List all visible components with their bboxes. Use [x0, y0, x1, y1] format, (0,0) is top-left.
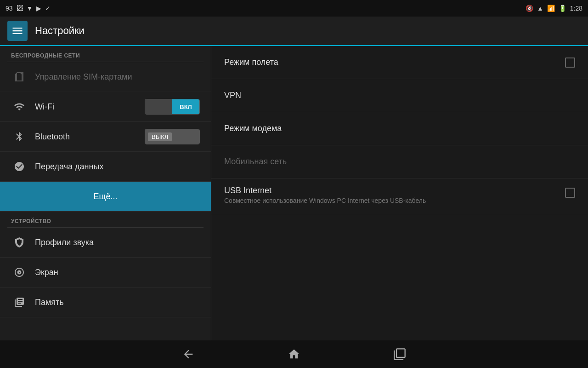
settings-app-icon — [7, 21, 28, 41]
device-header: УСТРОЙСТВО — [0, 212, 211, 227]
title-bar: Настройки — [0, 17, 588, 46]
image-icon: 🖼 — [17, 5, 23, 12]
check-icon: ✓ — [45, 5, 51, 12]
bluetooth-label: Bluetooth — [35, 132, 145, 142]
download-icon: ▼ — [27, 5, 33, 12]
right-item-flight-mode[interactable]: Режим полета — [211, 46, 588, 79]
usb-internet-checkbox[interactable] — [565, 188, 575, 198]
memory-icon — [11, 294, 28, 310]
modem-label: Режим модема — [224, 124, 575, 133]
sidebar-item-bluetooth[interactable]: Bluetooth ВЫКЛ — [0, 122, 211, 152]
right-item-modem[interactable]: Режим модема — [211, 112, 588, 145]
wifi-icon — [11, 98, 28, 115]
flight-mode-label: Режим полета — [224, 58, 565, 67]
notification-icon: 93 — [6, 5, 13, 12]
screen-icon — [11, 264, 28, 281]
bluetooth-toggle[interactable]: ВЫКЛ — [145, 129, 200, 144]
home-button[interactable] — [283, 345, 305, 363]
sim-label: Управление SIM-картами — [35, 72, 200, 82]
clock: 1:28 — [570, 5, 582, 12]
wifi-toggle-off-part — [145, 99, 172, 114]
right-item-mobile-network: Мобильная сеть — [211, 145, 588, 178]
status-left-icons: 93 🖼 ▼ ▶ ✓ — [6, 5, 51, 12]
recent-apps-button[interactable] — [388, 345, 411, 363]
vpn-label: VPN — [224, 91, 575, 100]
memory-label: Память — [35, 298, 200, 307]
flight-mode-checkbox[interactable] — [565, 58, 575, 68]
battery-icon: 🔋 — [559, 5, 566, 12]
wifi-status-icon: ▲ — [537, 5, 543, 12]
back-button[interactable] — [177, 345, 200, 363]
bluetooth-toggle-off-label: ВЫКЛ — [148, 132, 172, 141]
mute-icon: 🔇 — [526, 5, 533, 12]
more-label: Ещё... — [11, 192, 200, 201]
right-item-usb-internet[interactable]: USB Internet Совместное использование Wi… — [211, 178, 588, 215]
wifi-label: Wi-Fi — [35, 102, 145, 112]
sidebar-item-sim: Управление SIM-картами — [0, 62, 211, 92]
youtube-icon: ▶ — [36, 5, 41, 12]
usb-internet-content: USB Internet Совместное использование Wi… — [224, 186, 565, 204]
data-icon — [11, 158, 28, 175]
wireless-networks-header: БЕСПРОВОДНЫЕ СЕТИ — [0, 46, 211, 62]
sidebar-item-sound[interactable]: Профили звука — [0, 228, 211, 258]
usb-internet-subtitle: Совместное использование Windows PC Inte… — [224, 197, 565, 204]
signal-icon: 📶 — [547, 5, 555, 12]
usb-internet-label: USB Internet — [224, 186, 565, 196]
sidebar-item-data[interactable]: Передача данных — [0, 152, 211, 182]
bluetooth-icon — [11, 128, 28, 145]
sound-label: Профили звука — [35, 238, 200, 247]
main-layout: БЕСПРОВОДНЫЕ СЕТИ Управление SIM-картами… — [0, 46, 588, 340]
mobile-network-label: Мобильная сеть — [224, 157, 575, 167]
sim-icon — [11, 69, 28, 85]
wifi-toggle-on-part: ВКЛ — [172, 99, 199, 114]
page-title: Настройки — [35, 25, 85, 37]
sidebar-item-memory[interactable]: Память — [0, 288, 211, 317]
right-item-vpn[interactable]: VPN — [211, 79, 588, 112]
nav-bar — [0, 340, 588, 368]
data-label: Передача данных — [35, 162, 200, 172]
screen-label: Экран — [35, 268, 200, 277]
sidebar-item-more[interactable]: Ещё... — [0, 182, 211, 212]
right-panel: Режим полета VPN Режим модема Мобильная … — [211, 46, 588, 340]
wifi-toggle[interactable]: ВКЛ — [145, 99, 200, 115]
sound-icon — [11, 234, 28, 251]
sidebar: БЕСПРОВОДНЫЕ СЕТИ Управление SIM-картами… — [0, 46, 211, 340]
bluetooth-toggle-off-part: ВЫКЛ — [145, 129, 199, 144]
status-right-icons: 🔇 ▲ 📶 🔋 1:28 — [526, 5, 582, 12]
status-bar: 93 🖼 ▼ ▶ ✓ 🔇 ▲ 📶 🔋 1:28 — [0, 0, 588, 17]
sidebar-item-screen[interactable]: Экран — [0, 258, 211, 288]
sidebar-item-wifi[interactable]: Wi-Fi ВКЛ — [0, 92, 211, 122]
